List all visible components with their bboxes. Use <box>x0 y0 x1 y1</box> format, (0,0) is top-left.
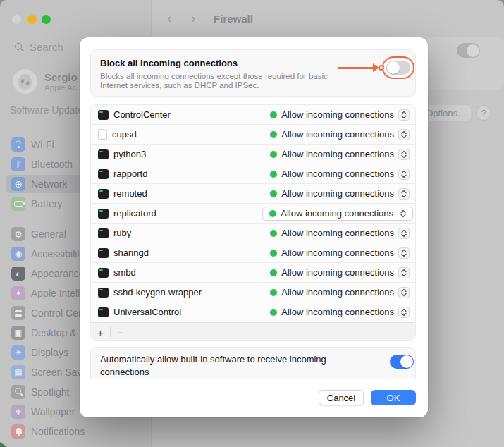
allow-connections-popup[interactable]: Allow incoming connections <box>270 228 410 239</box>
updown-stepper-icon[interactable] <box>398 228 410 239</box>
updown-stepper-icon[interactable] <box>398 267 410 278</box>
zoom-button[interactable] <box>42 15 51 24</box>
service-name: sshd-keygen-wrapper <box>113 287 270 298</box>
updown-stepper-icon[interactable] <box>398 169 410 180</box>
search-input[interactable]: Search <box>14 41 63 53</box>
sidebar-item-label: General <box>31 228 66 240</box>
back-chevron-icon[interactable]: ‹ <box>167 11 171 26</box>
sidebar-item-label: Notifications <box>31 426 85 437</box>
screen-saver-icon <box>11 365 25 379</box>
wifi-icon <box>11 137 25 152</box>
updown-stepper-icon[interactable] <box>398 129 410 140</box>
allow-connections-popup[interactable]: Allow incoming connections <box>270 129 410 140</box>
firewall-toggle[interactable] <box>457 43 480 58</box>
annotation-dot <box>379 65 384 71</box>
service-status-label: Allow incoming connections <box>281 169 394 179</box>
service-row: UniversalControlAllow incoming connectio… <box>91 302 415 322</box>
service-name: UniversalControl <box>113 307 270 317</box>
annotation-ring <box>382 56 414 79</box>
service-row: rubyAllow incoming connections <box>91 223 415 243</box>
service-status-label: Allow incoming connections <box>281 149 394 159</box>
add-service-button[interactable]: + <box>91 327 110 338</box>
sidebar-item-label: Network <box>31 178 67 190</box>
forward-chevron-icon[interactable]: › <box>191 11 195 26</box>
service-status-label: Allow incoming connections <box>281 208 393 219</box>
apple-intelligence-icon <box>11 286 25 300</box>
allow-connections-popup[interactable]: Allow incoming connections <box>270 307 410 318</box>
sidebar-item-label: Wallpaper <box>31 406 75 417</box>
list-footer: + − <box>91 322 415 341</box>
sidebar-item-label: Wi-Fi <box>31 139 54 150</box>
block-all-description: Blocks all incoming connections except t… <box>100 72 348 90</box>
service-name: replicatord <box>113 208 262 219</box>
updown-stepper-icon[interactable] <box>398 208 409 219</box>
system-settings-window: ‹ › Firewall Search Sergio T Apple Ac So… <box>0 0 504 447</box>
allow-connections-popup[interactable]: Allow incoming connections <box>270 188 410 200</box>
status-dot <box>270 171 277 178</box>
dialog-footer: Cancel OK <box>80 379 428 417</box>
network-icon <box>11 177 25 191</box>
displays-icon <box>11 345 25 360</box>
service-row: smbdAllow incoming connections <box>91 263 415 283</box>
bluetooth-icon <box>11 157 25 171</box>
updown-stepper-icon[interactable] <box>398 109 410 121</box>
service-status-label: Allow incoming connections <box>281 188 394 199</box>
auto-allow-toggle[interactable] <box>390 355 414 369</box>
updown-stepper-icon[interactable] <box>398 307 410 318</box>
status-dot <box>270 190 277 197</box>
service-status-label: Allow incoming connections <box>281 287 394 298</box>
allow-connections-popup[interactable]: Allow incoming connections <box>270 267 410 278</box>
spotlight-icon <box>11 385 25 399</box>
service-row: cupsdAllow incoming connections <box>91 125 415 145</box>
service-status-label: Allow incoming connections <box>281 247 394 258</box>
service-name: python3 <box>113 149 270 159</box>
battery-icon <box>11 197 25 211</box>
help-button[interactable]: ? <box>476 105 491 121</box>
service-row: sshd-keygen-wrapperAllow incoming connec… <box>91 283 415 302</box>
allow-connections-popup[interactable]: Allow incoming connections <box>270 169 410 180</box>
status-dot <box>270 230 277 237</box>
service-name: remoted <box>113 188 270 199</box>
wallpaper-corner <box>0 442 7 447</box>
terminal-icon <box>98 209 109 219</box>
status-dot <box>270 151 277 158</box>
terminal-icon <box>98 228 109 238</box>
page-title: Firewall <box>214 13 253 25</box>
service-status-label: Allow incoming connections <box>281 307 394 317</box>
search-placeholder: Search <box>30 41 63 53</box>
terminal-icon <box>98 268 109 278</box>
terminal-icon <box>98 169 109 179</box>
profile-row[interactable]: Sergio T Apple Ac <box>13 69 87 94</box>
status-dot <box>269 210 276 217</box>
service-row: ControlCenterAllow incoming connections <box>91 105 415 125</box>
service-name: rapportd <box>113 169 270 179</box>
status-dot <box>270 309 277 316</box>
minimize-button[interactable] <box>27 15 37 24</box>
updown-stepper-icon[interactable] <box>398 287 410 298</box>
allow-connections-popup[interactable]: Allow incoming connections <box>270 149 410 160</box>
services-list: ControlCenterAllow incoming connectionsc… <box>90 104 416 341</box>
updown-stepper-icon[interactable] <box>398 247 410 259</box>
status-dot <box>270 269 277 276</box>
sidebar-item-notifications[interactable]: Notifications <box>6 422 145 441</box>
updown-stepper-icon[interactable] <box>398 188 410 200</box>
service-row: sharingdAllow incoming connections <box>91 243 415 263</box>
allow-connections-popup[interactable]: Allow incoming connections <box>270 247 410 259</box>
allow-connections-popup[interactable]: Allow incoming connections <box>262 207 413 221</box>
annotation-arrow-line <box>338 67 374 69</box>
ok-button[interactable]: OK <box>371 390 416 405</box>
notifications-icon <box>11 424 25 439</box>
sidebar-item-label: Accessibility <box>31 248 85 259</box>
sidebar-item-label: Battery <box>31 198 62 209</box>
sidebar-group-notifications: Notifications <box>6 422 145 442</box>
sidebar-item-software-update[interactable]: Software Update <box>10 104 83 116</box>
allow-connections-popup[interactable]: Allow incoming connections <box>270 287 410 298</box>
close-button[interactable] <box>12 15 21 24</box>
sidebar-item-label: Appearance <box>31 268 85 279</box>
cancel-button[interactable]: Cancel <box>319 390 364 405</box>
service-name: ruby <box>113 228 270 238</box>
updown-stepper-icon[interactable] <box>398 149 410 160</box>
allow-connections-popup[interactable]: Allow incoming connections <box>270 109 410 121</box>
remove-service-button[interactable]: − <box>111 327 130 338</box>
status-dot <box>270 289 277 296</box>
